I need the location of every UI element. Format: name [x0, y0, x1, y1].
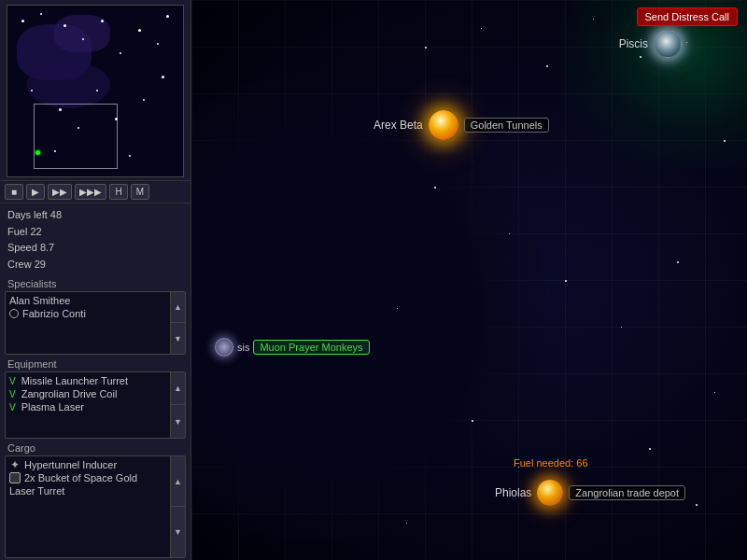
speed-stat: Speed 8.7: [7, 240, 183, 257]
scroll-down-button[interactable]: ▼: [170, 323, 185, 354]
list-item: Fabrizio Conti: [9, 307, 168, 320]
equip-v-icon: V: [9, 402, 16, 413]
cargo-header: Cargo: [0, 441, 190, 455]
star: [397, 308, 398, 309]
star: [406, 523, 407, 524]
star: [649, 448, 651, 450]
phiolas-label: Phiolas: [495, 486, 531, 499]
arex-beta-label: Arex Beta: [374, 119, 423, 132]
play-button[interactable]: ▶: [26, 184, 45, 200]
equipment-panel: V Missile Launcher Turret V Zangrolian D…: [5, 371, 186, 439]
equip-laser: Plasma Laser: [21, 401, 84, 413]
specialist-icon: [9, 309, 19, 318]
cargo-laser: Laser Turret: [9, 485, 64, 497]
ship-badge[interactable]: Muon Prayer Monkeys: [253, 340, 369, 355]
star: [434, 187, 436, 189]
equip-v-icon: V: [9, 376, 16, 386]
list-item: V Zangrolian Drive Coil: [9, 387, 168, 400]
scroll-down-button[interactable]: ▼: [170, 507, 185, 557]
h-button[interactable]: H: [109, 184, 128, 200]
phiolas-location[interactable]: Zangrolian trade depot: [569, 485, 685, 500]
list-item: Alan Smithee: [9, 294, 168, 307]
equipment-list: V Missile Launcher Turret V Zangrolian D…: [6, 372, 185, 415]
specialists-list: Alan Smithee Fabrizio Conti: [6, 292, 185, 322]
cargo-hypertunnel: Hypertunnel Inducer: [24, 459, 117, 470]
star: [714, 392, 715, 393]
ship-container: sis Muon Prayer Monkeys: [215, 338, 370, 357]
star: [593, 19, 594, 20]
star: [696, 504, 698, 506]
phiolas-container: Phiolas Zangrolian trade depot: [495, 480, 685, 506]
m-button[interactable]: M: [131, 184, 149, 200]
star: [546, 65, 548, 67]
days-left-stat: Days left 48: [7, 207, 183, 224]
star: [425, 47, 427, 49]
star: [472, 420, 473, 422]
star: [509, 233, 510, 234]
star: [621, 327, 622, 328]
crew-stat: Crew 29: [7, 257, 183, 273]
cargo-star-icon: ✦: [9, 459, 21, 470]
phiolas-sun[interactable]: [537, 480, 563, 506]
list-item: 2x Bucket of Space Gold: [9, 471, 168, 484]
list-item: ✦ Hypertunnel Inducer: [9, 458, 168, 471]
space-map[interactable]: Arex Beta Golden Tunnels Piscis sis Muon…: [191, 0, 747, 560]
star: [565, 280, 567, 282]
equipment-header: Equipment: [0, 357, 190, 371]
equip-v-icon: V: [9, 389, 16, 399]
list-item: V Plasma Laser: [9, 400, 168, 413]
star: [481, 28, 482, 29]
specialists-panel: Alan Smithee Fabrizio Conti ▲ ▼: [5, 291, 186, 355]
sidebar: ■ ▶ ▶▶ ▶▶▶ H M Days left 48 Fuel 22 Spee…: [0, 0, 191, 560]
star: [677, 261, 679, 263]
equip-drive: Zangrolian Drive Coil: [21, 388, 118, 399]
controls-row: ■ ▶ ▶▶ ▶▶▶ H M: [0, 180, 190, 203]
specialist-alan: Alan Smithee: [9, 295, 70, 306]
distress-call-button[interactable]: Send Distress Call: [637, 7, 738, 26]
cargo-box-icon: [9, 472, 21, 483]
scroll-down-button[interactable]: ▼: [170, 405, 185, 438]
piscis-container: Piscis: [619, 30, 682, 58]
cargo-gold: 2x Bucket of Space Gold: [24, 472, 137, 483]
fuel-stat: Fuel 22: [7, 224, 183, 241]
piscis-sun[interactable]: [654, 30, 682, 58]
scroll-up-button[interactable]: ▲: [170, 456, 185, 507]
arex-beta-sun[interactable]: [429, 110, 458, 140]
equip-missile: Missile Launcher Turret: [21, 375, 128, 386]
fuel-needed-label: Fuel needed: 66: [514, 457, 588, 469]
arex-beta-location[interactable]: Golden Tunnels: [464, 118, 549, 133]
piscis-label: Piscis: [619, 37, 648, 50]
star: [686, 42, 687, 43]
specialist-fabrizio: Fabrizio Conti: [22, 308, 86, 319]
faster-button[interactable]: ▶▶▶: [75, 184, 106, 200]
specialists-header: Specialists: [0, 276, 190, 291]
grid-lines: [191, 0, 747, 560]
scroll-up-button[interactable]: ▲: [170, 292, 185, 323]
minimap: [7, 5, 184, 177]
ship[interactable]: [215, 338, 233, 357]
scroll-up-button[interactable]: ▲: [170, 372, 185, 405]
cargo-list: ✦ Hypertunnel Inducer 2x Bucket of Space…: [6, 456, 185, 499]
arex-beta-container: Arex Beta Golden Tunnels: [374, 110, 549, 140]
cargo-panel: ✦ Hypertunnel Inducer 2x Bucket of Space…: [5, 455, 186, 558]
star: [724, 140, 726, 142]
stats-section: Days left 48 Fuel 22 Speed 8.7 Crew 29: [0, 203, 190, 276]
list-item: Laser Turret: [9, 484, 168, 497]
stop-button[interactable]: ■: [5, 184, 23, 200]
list-item: V Missile Launcher Turret: [9, 374, 168, 387]
ship-location-label: sis: [237, 342, 249, 353]
fast-button[interactable]: ▶▶: [48, 184, 72, 200]
